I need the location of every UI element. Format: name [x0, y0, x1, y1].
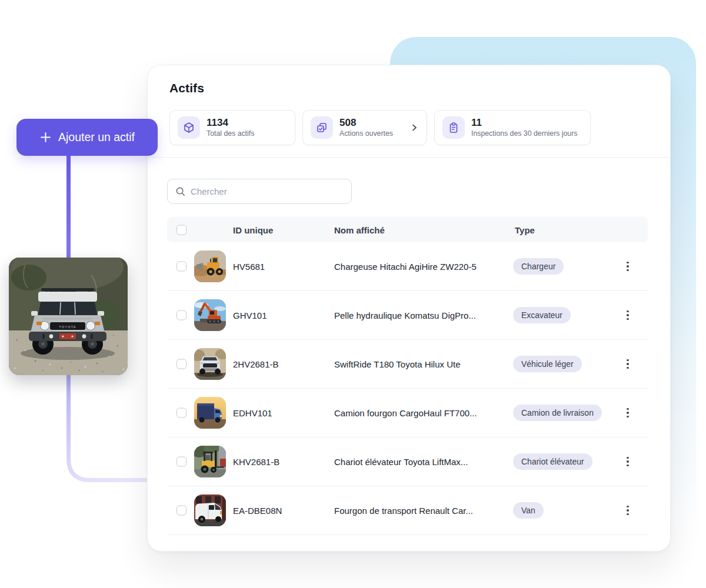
- table-row[interactable]: EDHV101 Camion fourgon CargoHaul FT700..…: [167, 389, 648, 437]
- asset-table: ID unique Nom affiché Type HV5681 Charge…: [167, 217, 648, 535]
- row-id: EDHV101: [233, 408, 272, 418]
- asset-thumbnail: [194, 250, 226, 282]
- search-input[interactable]: [191, 186, 344, 196]
- stat-label: Total des actifs: [207, 129, 254, 139]
- add-asset-button-label: Ajouter un actif: [58, 131, 135, 144]
- asset-thumbnail: [194, 495, 226, 526]
- table-row[interactable]: 2HV2681-B SwiftRide T180 Toyota Hilux Ut…: [167, 340, 648, 389]
- row-menu-button[interactable]: [620, 308, 635, 323]
- stats-row: 1134 Total des actifs 508 Actions ouvert…: [169, 110, 591, 145]
- clipboard-icon: [442, 116, 465, 139]
- asset-table-body: HV5681 Chargeuse Hitachi AgiHire ZW220-5…: [167, 242, 648, 535]
- chevron-right-icon[interactable]: [409, 123, 419, 132]
- asset-thumbnail: [194, 348, 226, 380]
- row-name: Pelle hydraulique Komatsu DigPro...: [334, 310, 476, 320]
- asset-thumbnail: [194, 446, 226, 477]
- stat-value: 1134: [207, 117, 254, 129]
- row-id: 2HV2681-B: [233, 359, 279, 369]
- table-row[interactable]: GHV101 Pelle hydraulique Komatsu DigPro.…: [167, 291, 648, 340]
- select-all-checkbox[interactable]: [176, 225, 187, 235]
- stat-label: Actions ouvertes: [339, 129, 393, 139]
- table-row[interactable]: KHV2681-B Chariot élévateur Toyota LiftM…: [167, 437, 648, 486]
- row-name: Fourgon de transport Renault Car...: [334, 506, 473, 516]
- row-checkbox[interactable]: [176, 310, 187, 320]
- stat-card-total-assets: 1134 Total des actifs: [169, 110, 295, 145]
- stat-value: 11: [471, 117, 577, 129]
- row-name: Chargeuse Hitachi AgiHire ZW220-5: [334, 262, 477, 272]
- row-name: Chariot élévateur Toyota LiftMax...: [334, 457, 468, 467]
- row-menu-button[interactable]: [620, 405, 635, 420]
- row-menu-button[interactable]: [620, 259, 635, 274]
- table-header: ID unique Nom affiché Type: [167, 217, 648, 242]
- assets-panel: Actifs 1134 Total des actifs: [147, 65, 671, 552]
- row-name: SwiftRide T180 Toyota Hilux Ute: [334, 359, 461, 369]
- row-id: GHV101: [233, 310, 267, 320]
- stat-card-open-actions[interactable]: 508 Actions ouvertes: [302, 110, 427, 145]
- row-id: KHV2681-B: [233, 457, 279, 467]
- grille-text: TOYOTA: [59, 325, 76, 329]
- row-id: EA-DBE08N: [233, 506, 282, 516]
- row-id: HV5681: [233, 262, 265, 272]
- asset-thumbnail: [194, 397, 226, 429]
- row-checkbox[interactable]: [176, 359, 187, 369]
- type-badge: Van: [513, 502, 544, 519]
- stat-label: Inspections des 30 derniers jours: [471, 129, 577, 139]
- column-header-id: ID unique: [233, 225, 273, 235]
- table-row[interactable]: HV5681 Chargeuse Hitachi AgiHire ZW220-5…: [167, 242, 648, 291]
- copy-check-icon: [311, 116, 333, 139]
- connector-line: [0, 0, 159, 500]
- vehicle-photo: TOYOTA: [9, 258, 128, 375]
- add-asset-button[interactable]: Ajouter un actif: [16, 119, 158, 156]
- type-badge: Chariot élévateur: [513, 453, 592, 470]
- header-divider: [148, 157, 670, 158]
- cube-icon: [178, 116, 200, 139]
- row-menu-button[interactable]: [620, 454, 635, 469]
- table-row[interactable]: EA-DBE08N Fourgon de transport Renault C…: [167, 486, 648, 535]
- row-menu-button[interactable]: [620, 503, 635, 518]
- stat-card-inspections: 11 Inspections des 30 derniers jours: [434, 110, 591, 145]
- page-title: Actifs: [169, 81, 204, 95]
- row-menu-button[interactable]: [620, 356, 635, 372]
- search-icon: [175, 186, 185, 196]
- plus-icon: [39, 131, 52, 143]
- type-badge: Chargeur: [513, 258, 564, 275]
- row-checkbox[interactable]: [176, 506, 187, 516]
- column-header-name: Nom affiché: [334, 225, 385, 235]
- row-checkbox[interactable]: [176, 262, 187, 272]
- type-badge: Excavateur: [513, 307, 571, 323]
- type-badge: Camion de livraison: [513, 405, 602, 421]
- stat-value: 508: [339, 117, 393, 129]
- row-name: Camion fourgon CargoHaul FT700...: [334, 408, 477, 418]
- column-header-type: Type: [515, 225, 535, 235]
- row-checkbox[interactable]: [176, 457, 187, 467]
- row-checkbox[interactable]: [176, 408, 187, 418]
- search-box[interactable]: [167, 179, 352, 204]
- type-badge: Véhicule léger: [513, 356, 582, 372]
- asset-thumbnail: [194, 299, 226, 331]
